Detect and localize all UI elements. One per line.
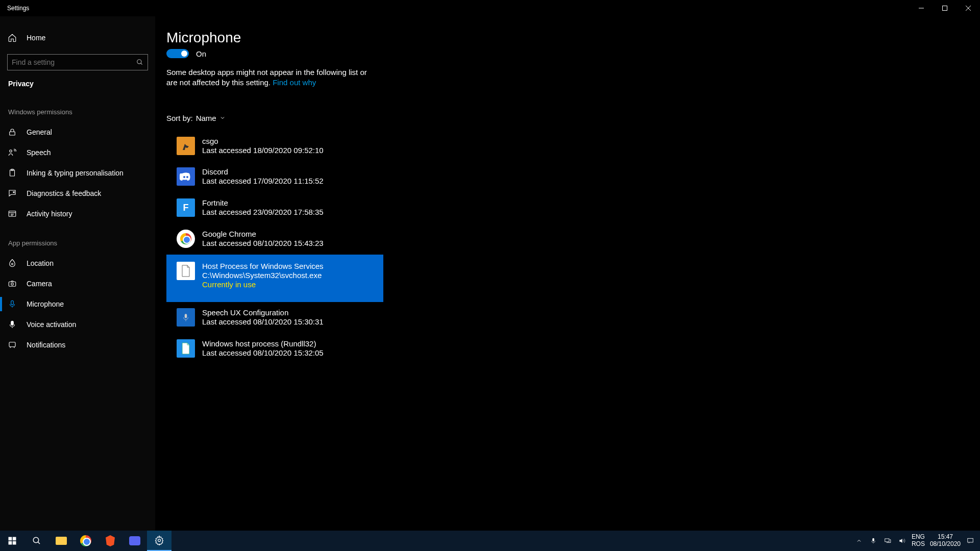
svg-rect-1 [943, 6, 947, 11]
tray-language[interactable]: ENG ROS [912, 534, 925, 548]
taskbar-brave[interactable] [98, 531, 122, 551]
feedback-icon [7, 189, 17, 198]
search-input[interactable] [12, 58, 136, 66]
sidebar-item-inking[interactable]: Inking & typing personalisation [0, 163, 155, 183]
minimize-button[interactable] [910, 0, 933, 16]
speech-icon [7, 148, 17, 157]
speech-ux-icon [177, 308, 195, 327]
sidebar-item-voice[interactable]: Voice activation [0, 314, 155, 335]
sidebar-section-windows: Windows permissions [0, 102, 155, 122]
search-input-wrapper[interactable] [7, 54, 148, 70]
app-name: Fortnite [202, 198, 324, 208]
sidebar-item-speech[interactable]: Speech [0, 142, 155, 163]
tray-volume-icon[interactable] [897, 531, 906, 551]
titlebar: Settings [0, 0, 980, 16]
app-name: Windows host process (Rundll32) [202, 339, 324, 348]
history-icon [7, 209, 17, 218]
home-icon [7, 33, 17, 42]
sidebar-item-label: Speech [27, 148, 51, 157]
app-detail: Last accessed 08/10/2020 15:43:23 [202, 239, 324, 248]
lock-icon [7, 128, 17, 137]
sidebar-item-activity[interactable]: Activity history [0, 204, 155, 224]
sidebar-item-label: Camera [27, 280, 52, 288]
app-status: Currently in use [202, 280, 324, 290]
svg-rect-6 [10, 132, 15, 135]
sidebar-home[interactable]: Home [0, 28, 155, 48]
sidebar-item-label: Voice activation [27, 320, 76, 329]
search-icon [136, 59, 143, 66]
file-icon [177, 262, 195, 280]
taskbar-search[interactable] [24, 531, 49, 551]
maximize-button[interactable] [933, 0, 957, 16]
svg-rect-21 [9, 537, 12, 541]
app-row[interactable]: Google Chrome Last accessed 08/10/2020 1… [166, 223, 383, 255]
fortnite-icon: F [177, 198, 195, 217]
taskbar-explorer[interactable] [49, 531, 74, 551]
app-name: Google Chrome [202, 230, 324, 239]
tray-network-icon[interactable] [883, 531, 892, 551]
sidebar-header: Privacy [0, 72, 155, 93]
page-title: Microphone [166, 30, 980, 46]
sidebar-item-label: General [27, 128, 52, 136]
svg-rect-22 [13, 537, 16, 541]
sidebar-item-label: Activity history [27, 210, 72, 218]
voice-icon [7, 320, 17, 329]
app-row[interactable]: Discord Last accessed 17/09/2020 11:15:5… [166, 161, 383, 192]
taskbar-discord[interactable] [122, 531, 147, 551]
svg-line-26 [38, 542, 40, 544]
app-name: Discord [202, 167, 324, 177]
csgo-icon [177, 137, 195, 155]
svg-rect-20 [185, 314, 187, 318]
tray-action-center-icon[interactable] [966, 531, 975, 551]
tray-chevron-icon[interactable] [854, 531, 864, 551]
app-name: Host Process for Windows Services [202, 262, 324, 271]
microphone-toggle[interactable] [166, 49, 189, 58]
sidebar: Home Privacy Windows permissions General… [0, 16, 155, 531]
app-row[interactable]: csgo Last accessed 18/09/2020 09:52:10 [166, 131, 383, 162]
svg-rect-30 [968, 538, 973, 542]
sort-dropdown[interactable]: Sort by: Name [166, 114, 980, 122]
tray-mic-icon[interactable] [869, 531, 878, 551]
svg-point-25 [33, 537, 39, 543]
sort-label: Sort by: [166, 114, 193, 122]
camera-icon [7, 279, 17, 288]
sidebar-item-camera[interactable]: Camera [0, 273, 155, 294]
app-detail: Last accessed 08/10/2020 15:32:05 [202, 348, 324, 358]
app-row-selected[interactable]: Host Process for Windows Services C:\Win… [166, 255, 383, 303]
app-list: csgo Last accessed 18/09/2020 09:52:10 D… [166, 131, 383, 364]
toggle-state: On [196, 49, 206, 58]
svg-rect-28 [872, 538, 874, 541]
svg-point-27 [158, 539, 161, 542]
sidebar-item-microphone[interactable]: Microphone [0, 294, 155, 314]
app-row[interactable]: Speech UX Configuration Last accessed 08… [166, 302, 383, 333]
tray-clock[interactable]: 15:47 08/10/2020 [930, 534, 961, 548]
svg-rect-24 [13, 541, 16, 545]
sidebar-section-app: App permissions [0, 233, 155, 253]
app-detail: C:\Windows\System32\svchost.exe [202, 271, 324, 281]
start-button[interactable] [0, 531, 24, 551]
sidebar-item-label: Inking & typing personalisation [27, 169, 124, 177]
svg-rect-23 [9, 541, 12, 545]
svg-point-4 [137, 60, 141, 64]
svg-rect-18 [11, 321, 14, 325]
clipboard-icon [7, 168, 17, 178]
svg-rect-10 [9, 211, 16, 217]
close-button[interactable] [957, 0, 980, 16]
taskbar-settings[interactable] [147, 531, 172, 551]
sidebar-item-diagnostics[interactable]: Diagnostics & feedback [0, 183, 155, 204]
sort-value: Name [196, 114, 216, 122]
svg-line-5 [141, 63, 142, 65]
find-out-why-link[interactable]: Find out why [273, 78, 316, 87]
sidebar-item-general[interactable]: General [0, 122, 155, 142]
microphone-icon [7, 299, 17, 309]
app-row[interactable]: Windows host process (Rundll32) Last acc… [166, 333, 383, 364]
sidebar-item-location[interactable]: Location [0, 253, 155, 273]
sidebar-item-notifications[interactable]: Notifications [0, 335, 155, 355]
sidebar-home-label: Home [27, 34, 45, 42]
notifications-icon [7, 340, 17, 349]
app-row[interactable]: F Fortnite Last accessed 23/09/2020 17:5… [166, 192, 383, 223]
app-name: Speech UX Configuration [202, 308, 324, 317]
location-icon [7, 259, 17, 268]
taskbar-chrome[interactable] [74, 531, 98, 551]
description: Some desktop apps might not appear in th… [166, 67, 371, 88]
